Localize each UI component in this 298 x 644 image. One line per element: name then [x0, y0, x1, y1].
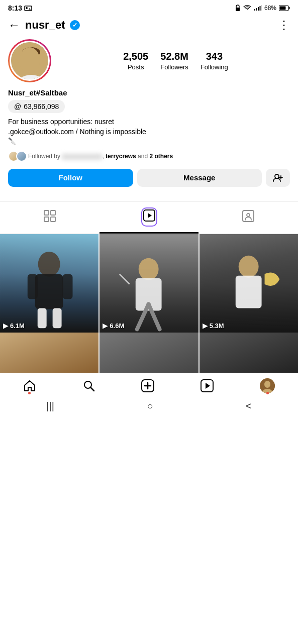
back-gesture[interactable]: |||: [46, 400, 54, 412]
svg-rect-9: [289, 7, 290, 10]
partial-item-1[interactable]: [0, 333, 98, 373]
svg-line-38: [90, 388, 94, 391]
svg-point-1: [26, 7, 28, 9]
partial-item-2[interactable]: [100, 333, 198, 373]
following-label: Following: [201, 63, 228, 71]
tab-grid[interactable]: [0, 201, 100, 234]
bottom-nav: [0, 373, 298, 396]
profile-avatar-nav: [260, 378, 275, 393]
verified-badge: ✓: [70, 20, 80, 30]
search-icon: [82, 379, 95, 392]
views-count-1: 6.1M: [10, 322, 25, 330]
svg-rect-4: [256, 8, 257, 11]
svg-point-30: [139, 258, 159, 280]
svg-marker-43: [206, 383, 210, 389]
svg-rect-28: [38, 308, 47, 328]
status-bar: 8:13 68%: [0, 0, 298, 14]
tab-tagged[interactable]: [198, 201, 298, 234]
reels-icon: [143, 210, 155, 224]
reel-item-2[interactable]: ▶ 6.6M: [100, 234, 198, 333]
nav-reels[interactable]: [201, 379, 214, 392]
svg-rect-16: [44, 210, 49, 215]
profile-username: nusr_et: [25, 19, 65, 32]
svg-rect-2: [236, 8, 240, 11]
reel-item-3[interactable]: ▶ 5.3M: [200, 234, 298, 333]
svg-rect-6: [259, 6, 260, 11]
home-notification-dot: [28, 392, 31, 394]
svg-rect-10: [280, 7, 286, 10]
svg-point-23: [247, 213, 250, 217]
svg-rect-7: [261, 5, 262, 11]
back-button[interactable]: ←: [8, 18, 20, 32]
header-left: ← nusr_et ✓: [8, 18, 80, 32]
svg-rect-17: [51, 210, 55, 215]
play-icon-1: ▶: [3, 322, 8, 330]
home-gesture[interactable]: ○: [147, 400, 153, 412]
wifi-icon: [243, 5, 251, 11]
profile-tabs: [0, 201, 298, 234]
reels-tab-wrapper: [141, 207, 157, 227]
nav-search[interactable]: [82, 379, 95, 392]
svg-rect-36: [235, 275, 261, 308]
svg-rect-19: [51, 217, 55, 222]
nav-home[interactable]: [23, 379, 36, 392]
home-icon: [23, 379, 36, 392]
svg-rect-5: [258, 7, 259, 11]
lock-icon: [235, 5, 241, 12]
reels-grid: ▶ 6.1M ▶ 6.6M ▶ 5.3M: [0, 234, 298, 333]
message-button[interactable]: Message: [137, 169, 262, 187]
reel-thumb-svg-1: [0, 234, 98, 333]
threads-badge[interactable]: @ 63,966,098: [8, 100, 65, 113]
partial-item-3[interactable]: [200, 333, 298, 373]
reel-views-1: ▶ 6.1M: [3, 322, 25, 330]
follower-name-2: terrycrews: [106, 153, 136, 160]
svg-rect-29: [53, 308, 62, 328]
tagged-svg: [242, 210, 254, 222]
threads-icon: @: [14, 102, 21, 111]
tagged-icon: [242, 210, 254, 225]
mutual-avatars: [8, 151, 24, 162]
reels-svg: [143, 209, 155, 222]
play-icon-3: ▶: [203, 322, 208, 330]
reels-nav-icon: [201, 379, 214, 392]
add-person-icon: [273, 173, 283, 182]
profile-header: ← nusr_et ✓ ⋮: [0, 14, 298, 37]
profile-section: 2,505 Posts 52.8M Followers 343 Followin…: [0, 37, 298, 201]
add-icon: [141, 379, 154, 392]
mutual-avatar-2: [16, 151, 27, 162]
posts-count: 2,505: [123, 51, 148, 62]
reel-item-1[interactable]: ▶ 6.1M: [0, 234, 98, 333]
battery-icon: [279, 5, 290, 11]
reel-thumb-svg-3: [200, 234, 298, 333]
svg-rect-18: [44, 217, 49, 222]
bio: For business opportunities: nusret.gokce…: [8, 117, 290, 147]
svg-point-14: [22, 47, 40, 57]
status-indicators: 68%: [235, 5, 290, 12]
status-time: 8:13: [8, 4, 32, 12]
signal-icon: [254, 5, 262, 11]
followers-count: 52.8M: [160, 51, 188, 62]
grid-svg: [44, 210, 56, 222]
stat-followers: 52.8M Followers: [160, 51, 188, 71]
reel-views-2: ▶ 6.6M: [103, 322, 124, 330]
profile-notification-dot: [266, 392, 269, 394]
more-options-button[interactable]: ⋮: [278, 18, 290, 32]
battery-text: 68%: [264, 5, 276, 12]
recent-gesture[interactable]: <: [246, 400, 252, 412]
photo-icon: [24, 5, 32, 11]
nav-profile[interactable]: [260, 378, 275, 393]
followers-label: Followers: [160, 63, 188, 71]
stat-following: 343 Following: [201, 51, 228, 71]
nav-add[interactable]: [141, 379, 154, 392]
reel-views-3: ▶ 5.3M: [203, 322, 224, 330]
svg-rect-11: [11, 42, 48, 79]
svg-marker-21: [148, 213, 152, 218]
grid-icon: [44, 210, 56, 225]
follow-button[interactable]: Follow: [8, 169, 133, 187]
svg-rect-3: [254, 9, 255, 11]
add-friend-button[interactable]: [266, 169, 290, 187]
tab-reels[interactable]: [100, 201, 199, 234]
profile-top: 2,505 Posts 52.8M Followers 343 Followin…: [8, 39, 290, 82]
mutual-followers-text: Followed by , terrycrews and 2 others: [28, 153, 173, 160]
svg-rect-22: [243, 210, 254, 222]
